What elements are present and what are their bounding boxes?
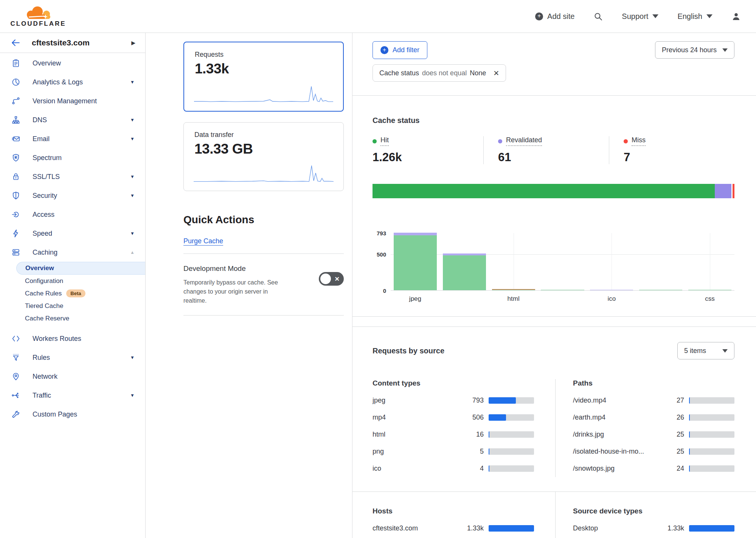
chevron-down-icon: ▼ [130, 79, 135, 85]
x-tick-label-html: html [508, 295, 520, 303]
sidebar-item-security[interactable]: Security▼ [0, 186, 145, 205]
items-count-select[interactable]: 5 items [677, 342, 734, 359]
chart-bar-jpeg [394, 233, 437, 290]
requests-by-source-title: Requests by source [373, 347, 444, 355]
sidebar-item-label: Spectrum [33, 154, 62, 162]
row-bar-track [689, 448, 734, 455]
row-bar-track [689, 525, 734, 532]
chevron-up-icon: ▲ [130, 250, 135, 255]
sidebar-subitem-tiered-cache[interactable]: Tiered Cache [0, 300, 145, 312]
add-site-button[interactable]: + Add site [535, 12, 574, 21]
chevron-down-icon: ▼ [130, 136, 135, 141]
sidebar-item-spectrum[interactable]: Spectrum [0, 148, 145, 167]
chevron-down-icon: ▼ [130, 117, 135, 123]
sidebar-item-rules[interactable]: Rules▼ [0, 348, 145, 367]
row-value: 4 [457, 465, 484, 473]
sidebar-subnav-caching: OverviewConfigurationCache RulesBetaTier… [0, 262, 145, 325]
time-range-select[interactable]: Previous 24 hours [655, 41, 734, 59]
table-title-source-device-types: Source device types [573, 507, 734, 515]
sidebar-subitem-cache-rules[interactable]: Cache RulesBeta [0, 287, 145, 300]
sidebar-item-network[interactable]: Network [0, 367, 145, 386]
row-bar-track [689, 465, 734, 472]
chevron-down-icon: ▼ [130, 193, 135, 198]
sidebar-item-overview[interactable]: Overview [0, 54, 145, 73]
chevron-down-icon [706, 14, 713, 18]
sidebar-subitem-label: Overview [25, 264, 54, 272]
data-transfer-metric-card[interactable]: Data transfer 13.33 GB [183, 122, 344, 191]
table-row: Desktop1.33k [573, 520, 734, 537]
row-value: 25 [658, 448, 684, 456]
development-mode-toggle[interactable]: ✕ [319, 272, 344, 286]
sidebar-item-analytics-logs[interactable]: Analytics & Logs▼ [0, 73, 145, 92]
sidebar-subitem-overview[interactable]: Overview [16, 262, 145, 275]
sidebar-subitem-cache-reserve[interactable]: Cache Reserve [0, 312, 145, 325]
row-bar-track [489, 448, 534, 455]
table-title-paths: Paths [573, 379, 734, 387]
cloudflare-cloud-icon [19, 5, 58, 21]
table-row: /video.mp427 [573, 392, 734, 409]
v-gridline [612, 233, 612, 290]
sidebar-item-label: Workers Routes [33, 335, 81, 343]
row-value: 27 [658, 397, 684, 404]
purge-cache-link[interactable]: Purge Cache [183, 237, 223, 245]
sidebar-subitem-label: Tiered Cache [25, 302, 63, 310]
row-bar-fill [489, 431, 489, 438]
chevron-down-icon: ▼ [130, 174, 135, 179]
stat-label-revalidated[interactable]: Revalidated [498, 136, 542, 146]
row-label: mp4 [373, 414, 457, 421]
data-transfer-sparkline [194, 163, 334, 185]
stat-label-hit[interactable]: Hit [373, 136, 389, 146]
table-row: png5 [373, 443, 534, 460]
requests-metric-card[interactable]: Requests 1.33k [183, 42, 344, 112]
sidebar-item-version-management[interactable]: Version Management [0, 92, 145, 110]
sidebar-item-caching[interactable]: Caching▲ [0, 243, 145, 262]
stat-value-hit: 1.26k [373, 151, 483, 164]
stat-label-miss[interactable]: Miss [624, 136, 646, 146]
v-gridline [514, 233, 514, 290]
cache-status-stats: Hit1.26kRevalidated61Miss7 [373, 136, 734, 164]
row-bar-fill [689, 431, 690, 438]
sidebar-subitem-configuration[interactable]: Configuration [0, 275, 145, 287]
chart-x-axis: jpeghtmlicocss [391, 291, 734, 304]
close-icon[interactable]: ✕ [493, 69, 499, 78]
table-title-content-types: Content types [373, 379, 534, 387]
data-transfer-label: Data transfer [194, 131, 333, 139]
row-bar-fill [689, 414, 690, 421]
sidebar-item-workers-routes[interactable]: Workers Routes [0, 329, 145, 348]
row-bar-track [689, 397, 734, 404]
sidebar-item-speed[interactable]: Speed▼ [0, 224, 145, 243]
legend-dot-miss [624, 139, 628, 143]
row-label: /snowtops.jpg [573, 465, 658, 473]
add-site-label: Add site [547, 12, 574, 21]
cloudflare-logo[interactable]: CLOUDFLARE [8, 5, 68, 28]
sidebar-subitem-label: Cache Rules [25, 290, 62, 297]
site-switcher-caret-icon[interactable]: ▶ [131, 40, 135, 46]
hosts-table: Hostscftestsite3.com1.33k [373, 492, 556, 538]
development-mode-section: Development Mode Temporarily bypass our … [183, 264, 344, 305]
sidebar-item-label: Custom Pages [33, 410, 77, 418]
add-filter-button[interactable]: + Add filter [373, 41, 427, 59]
server-stack-icon [11, 248, 20, 257]
chevron-down-icon [722, 48, 728, 52]
spacer [0, 325, 145, 329]
cache-status-stacked-bar [373, 184, 734, 198]
filter-field: Cache status [379, 69, 419, 77]
cache-status-chart: 7935000 jpeghtmlicocss [373, 233, 734, 304]
sidebar-item-email[interactable]: Email▼ [0, 129, 145, 148]
bar-segment-revalidated [590, 290, 633, 290]
requests-sparkline [194, 84, 333, 105]
account-icon[interactable] [731, 12, 741, 21]
search-icon[interactable] [593, 12, 603, 21]
divider [352, 95, 756, 96]
sidebar-item-ssl-tls[interactable]: SSL/TLS▼ [0, 167, 145, 186]
support-menu[interactable]: Support [622, 12, 658, 21]
row-bar-track [689, 431, 734, 438]
sidebar-item-access[interactable]: Access [0, 205, 145, 224]
sidebar-item-dns[interactable]: DNS▼ [0, 110, 145, 129]
language-menu[interactable]: English [677, 12, 713, 21]
sidebar-item-traffic[interactable]: Traffic▼ [0, 386, 145, 405]
back-arrow-icon[interactable] [11, 38, 20, 48]
bar-segment-hit [394, 235, 437, 290]
stacked-segment-revalidated [715, 184, 731, 198]
sidebar-item-custom-pages[interactable]: Custom Pages [0, 405, 145, 424]
